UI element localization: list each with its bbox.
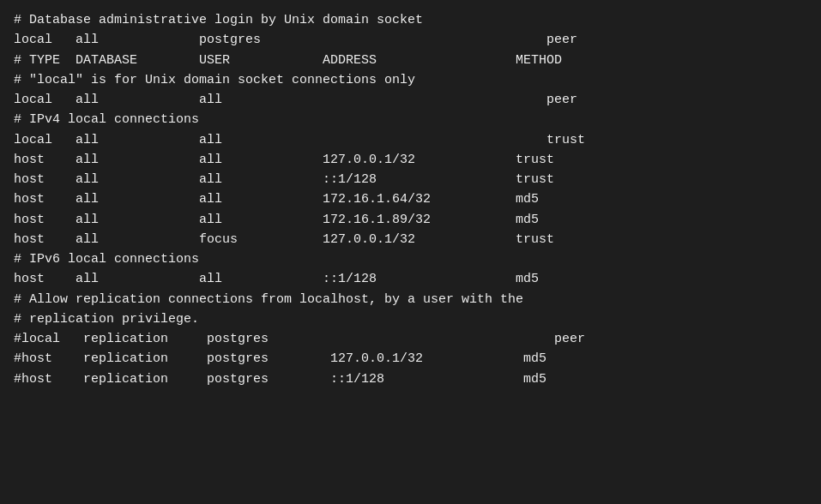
terminal-line: local all all trust [14,130,807,150]
terminal-line: host all all 172.16.1.89/32 md5 [14,210,807,230]
terminal-line: # IPv6 local connections [14,249,807,269]
terminal-line: # TYPE DATABASE USER ADDRESS METHOD [14,51,807,70]
terminal-line: host all all 172.16.1.64/32 md5 [14,189,807,209]
terminal-line: # Allow replication connections from loc… [14,290,807,309]
terminal-line: # "local" is for Unix domain socket conn… [14,70,807,90]
terminal-line: #host replication postgres 127.0.0.1/32 … [14,349,807,369]
terminal-line: host all focus 127.0.0.1/32 trust [14,230,807,249]
terminal-line: #host replication postgres ::1/128 md5 [14,369,807,389]
terminal-line: host all all ::1/128 md5 [14,269,807,289]
terminal-line: local all all peer [14,90,807,110]
terminal-line: local all postgres peer [14,30,807,50]
terminal-line: # replication privilege. [14,309,807,329]
terminal-line: host all all ::1/128 trust [14,170,807,189]
terminal-line: #local replication postgres peer [14,329,807,349]
terminal-line: host all all 127.0.0.1/32 trust [14,150,807,170]
terminal-line: # Database administrative login by Unix … [14,10,807,30]
terminal-window: # Database administrative login by Unix … [14,10,807,494]
terminal-line: # IPv4 local connections [14,110,807,129]
